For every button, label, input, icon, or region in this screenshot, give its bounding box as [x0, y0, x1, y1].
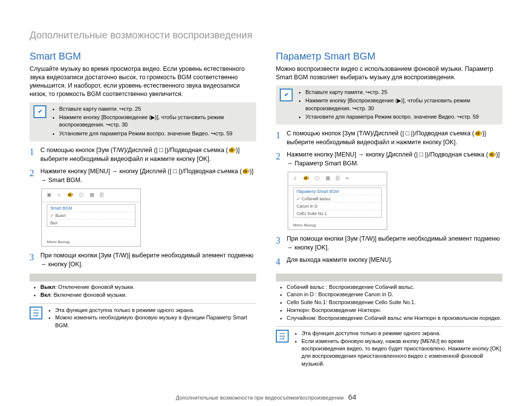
- tab-icon: ▦: [90, 192, 94, 199]
- tab-icon: ♫: [293, 175, 297, 182]
- menu-item-off: ✓ Выкл: [47, 212, 135, 219]
- tab-icon: ▣: [47, 192, 51, 199]
- tab-icon: ⓘ: [79, 192, 84, 199]
- intro-right: Можно воспроизвести видео с использовани…: [276, 65, 502, 82]
- step-number: 2: [30, 167, 40, 180]
- submenu-item: Вкл: Включение фоновой музыки.: [40, 291, 256, 299]
- menu-exit-label: Menu Выход: [293, 223, 316, 227]
- step-number: 4: [276, 256, 287, 268]
- info-item: Нажмите кнопку [Воспроизведение (▶)], чт…: [59, 114, 252, 129]
- page-title: Дополнительные возможности воспроизведен…: [30, 30, 502, 41]
- section-title-right: Параметр Smart BGM: [276, 51, 502, 62]
- submenu-header-bar: [276, 274, 502, 281]
- step-3: 3 При помощи кнопки [Зум (T/W)] выберите…: [276, 235, 502, 252]
- menu-item: Canon in D: [294, 202, 381, 210]
- step-text: Для выхода нажмите кнопку [MENU].: [287, 256, 502, 265]
- left-column: Smart BGM Слушайте музыку во время просм…: [30, 51, 256, 371]
- step-number: 3: [276, 235, 287, 247]
- step-2: 2 Нажмите кнопку [MENU] → кнопку [Диспле…: [30, 167, 256, 185]
- step-text: С помощью кнопок [Зум (T/W)/Дисплей (| □…: [40, 146, 256, 163]
- step-text: При помощи кнопки [Зум (T/W)] выберите н…: [287, 235, 502, 252]
- info-item: Установите для параметра Режим воспро. з…: [305, 113, 499, 121]
- note-icon: [276, 330, 289, 343]
- step-text: Нажмите кнопку [MENU] → кнопку [Дисплей …: [287, 151, 502, 168]
- info-item: Вставьте карту памяти. ↪стр. 25: [59, 105, 252, 113]
- note-item: Можно изменить необходимую фоновую музык…: [55, 314, 256, 329]
- info-item: Вставьте карту памяти. ↪стр. 25: [305, 89, 499, 96]
- note-item: Если изменить фоновую музыку, нажав кноп…: [301, 338, 502, 368]
- step-number: 2: [276, 151, 287, 163]
- note-icon: [30, 307, 42, 319]
- step-text: При помощи кнопки [Зум (T/W)] выберите н…: [40, 251, 256, 269]
- step-text: Нажмите кнопку [MENU] → кнопку [Дисплей …: [40, 167, 256, 185]
- step-4: 4 Для выхода нажмите кнопку [MENU].: [276, 256, 502, 268]
- submenu-item: Выкл: Выкл: Отключение фоновой музыки.От…: [40, 283, 256, 291]
- submenu-item: Собачий вальс : Воспроизведение Собачий …: [287, 283, 502, 291]
- info-item: Установите для параметра Режим воспро. з…: [59, 130, 252, 137]
- step-1: 1 С помощью кнопок [Зум (T/W)/Дисплей (|…: [30, 146, 256, 163]
- screenshot-tabrow: ♫ 🐠 ⓘ ▦ ||| ∞: [288, 172, 387, 186]
- tab-icon: |||: [336, 175, 340, 182]
- tab-icon: 🐠: [303, 175, 309, 182]
- tab-icon: ∞: [345, 175, 349, 182]
- step-2: 2 Нажмите кнопку [MENU] → кнопку [Диспле…: [276, 151, 502, 168]
- check-icon: ✔: [280, 89, 293, 101]
- note-item: Эта функция доступна только в режиме одн…: [301, 330, 502, 337]
- submenu-item: Ноктюрн: Воспроизведение Ноктюрн.: [287, 307, 502, 314]
- tab-icon: |||: [100, 192, 104, 199]
- submenu-box-left: Выкл: Выкл: Отключение фоновой музыки.От…: [30, 283, 256, 299]
- tab-icon: ♫: [57, 192, 61, 199]
- step-3: 3 При помощи кнопки [Зум (T/W)] выберите…: [30, 251, 256, 269]
- screenshot-left: ▣ ♫ 🐠 ⓘ ▦ ||| Smart BGM ✓ Выкл Вкл Menu …: [41, 188, 141, 247]
- submenu-header-bar: [30, 274, 256, 281]
- step-number: 1: [30, 146, 40, 158]
- menu-item-on: Вкл: [47, 219, 135, 226]
- tab-icon: 🐠: [67, 192, 73, 199]
- tab-icon: ⓘ: [315, 175, 320, 182]
- step-1: 1 С помощью кнопок [Зум (T/W)/Дисплей (|…: [276, 129, 502, 147]
- section-title-left: Smart BGM: [30, 51, 256, 62]
- menu-item: ✓ Собачий вальс: [294, 195, 381, 202]
- submenu-item: Canon in D : Воспроизведение Canon in D.: [287, 291, 502, 299]
- note-box-right: Эта функция доступна только в режиме одн…: [276, 326, 502, 371]
- footer-text: Дополнительные возможности при видеосъем…: [176, 395, 344, 401]
- note-box-left: Эта функция доступна только в режиме одн…: [30, 303, 256, 332]
- step-text: С помощью кнопок [Зум (T/W)/Дисплей (| □…: [287, 129, 502, 147]
- info-box-left: ✔ Вставьте карту памяти. ↪стр. 25 Нажмит…: [30, 102, 256, 142]
- page-footer: Дополнительные возможности при видеосъем…: [0, 393, 532, 401]
- step-number: 1: [276, 129, 287, 142]
- menu-header: Smart BGM: [47, 205, 135, 212]
- intro-left: Слушайте музыку во время просмотра видео…: [30, 65, 256, 98]
- screenshot-tabrow: ▣ ♫ 🐠 ⓘ ▦ |||: [42, 189, 140, 202]
- menu-item: Cello Suite No.1: [294, 210, 381, 217]
- info-item: Нажмите кнопку [Воспроизведение (▶)], чт…: [305, 97, 499, 112]
- submenu-item: Случайном: Воспроизведение Собачий вальс…: [287, 314, 502, 322]
- menu-header: Параметр Smart BGM: [294, 188, 381, 195]
- submenu-box-right: Собачий вальс : Воспроизведение Собачий …: [276, 283, 502, 323]
- note-item: Эта функция доступна только в режиме одн…: [55, 307, 256, 314]
- right-column: Параметр Smart BGM Можно воспроизвести в…: [276, 51, 502, 371]
- submenu-item: Cello Suite No.1: Воспроизведение Cello …: [287, 299, 502, 307]
- page-number: 64: [348, 393, 357, 401]
- tab-icon: ▦: [326, 175, 330, 182]
- check-icon: ✔: [33, 105, 46, 118]
- screenshot-right: ♫ 🐠 ⓘ ▦ ||| ∞ Параметр Smart BGM ✓ Собач…: [288, 172, 387, 230]
- step-number: 3: [30, 251, 40, 264]
- info-box-right: ✔ Вставьте карту памяти. ↪стр. 25 Нажмит…: [276, 86, 502, 125]
- menu-exit-label: Menu Выход: [47, 240, 69, 244]
